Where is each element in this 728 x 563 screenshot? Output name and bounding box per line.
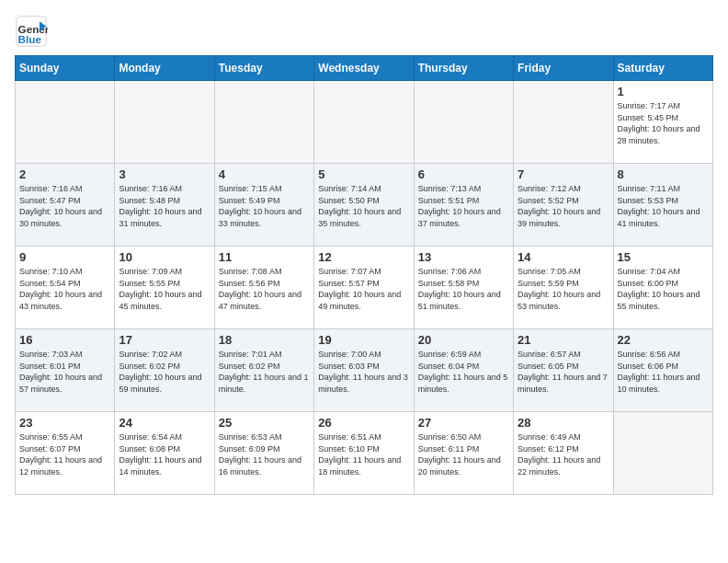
weekday-header-wednesday: Wednesday [314,56,414,81]
day-number: 14 [518,250,609,264]
day-info: Sunrise: 7:06 AM Sunset: 5:58 PM Dayligh… [418,266,509,312]
calendar-day-cell: 9Sunrise: 7:10 AM Sunset: 5:54 PM Daylig… [16,247,115,329]
calendar-day-cell [214,81,313,164]
day-number: 5 [318,167,409,181]
day-info: Sunrise: 6:57 AM Sunset: 6:05 PM Dayligh… [518,349,609,395]
calendar-day-cell: 28Sunrise: 6:49 AM Sunset: 6:12 PM Dayli… [514,412,613,495]
day-info: Sunrise: 7:14 AM Sunset: 5:50 PM Dayligh… [318,183,409,229]
logo-icon: General Blue [15,15,48,48]
calendar-day-cell: 27Sunrise: 6:50 AM Sunset: 6:11 PM Dayli… [414,412,513,495]
calendar-week-row: 2Sunrise: 7:16 AM Sunset: 5:47 PM Daylig… [16,164,713,247]
day-info: Sunrise: 6:55 AM Sunset: 6:07 PM Dayligh… [19,431,110,477]
calendar-day-cell: 4Sunrise: 7:15 AM Sunset: 5:49 PM Daylig… [214,164,313,247]
day-number: 15 [618,250,709,264]
calendar-day-cell: 1Sunrise: 7:17 AM Sunset: 5:45 PM Daylig… [613,81,712,164]
day-number: 23 [19,416,110,430]
day-info: Sunrise: 6:50 AM Sunset: 6:11 PM Dayligh… [418,431,509,477]
day-number: 25 [219,416,310,430]
calendar-day-cell: 14Sunrise: 7:05 AM Sunset: 5:59 PM Dayli… [514,247,613,329]
calendar-day-cell: 7Sunrise: 7:12 AM Sunset: 5:52 PM Daylig… [514,164,613,247]
calendar-day-cell: 2Sunrise: 7:16 AM Sunset: 5:47 PM Daylig… [16,164,115,247]
calendar-day-cell: 15Sunrise: 7:04 AM Sunset: 6:00 PM Dayli… [613,247,712,329]
day-info: Sunrise: 7:12 AM Sunset: 5:52 PM Dayligh… [518,183,609,229]
calendar-day-cell: 25Sunrise: 6:53 AM Sunset: 6:09 PM Dayli… [214,412,313,495]
weekday-header-row: SundayMondayTuesdayWednesdayThursdayFrid… [16,56,713,81]
day-info: Sunrise: 7:05 AM Sunset: 5:59 PM Dayligh… [518,266,609,312]
day-number: 22 [618,333,709,347]
calendar-day-cell [16,81,115,164]
day-number: 13 [418,250,509,264]
day-info: Sunrise: 6:56 AM Sunset: 6:06 PM Dayligh… [618,349,709,395]
day-number: 19 [318,333,409,347]
day-number: 16 [19,333,110,347]
calendar-day-cell [314,81,414,164]
calendar-day-cell: 23Sunrise: 6:55 AM Sunset: 6:07 PM Dayli… [16,412,115,495]
day-info: Sunrise: 6:53 AM Sunset: 6:09 PM Dayligh… [219,431,310,477]
calendar-week-row: 9Sunrise: 7:10 AM Sunset: 5:54 PM Daylig… [16,247,713,329]
calendar-table: SundayMondayTuesdayWednesdayThursdayFrid… [15,55,713,495]
day-info: Sunrise: 7:03 AM Sunset: 6:01 PM Dayligh… [19,349,110,395]
day-number: 6 [418,167,509,181]
calendar-day-cell: 24Sunrise: 6:54 AM Sunset: 6:08 PM Dayli… [115,412,214,495]
day-number: 12 [318,250,409,264]
day-number: 11 [219,250,310,264]
weekday-header-thursday: Thursday [414,56,513,81]
day-number: 26 [318,416,409,430]
day-number: 8 [618,167,709,181]
day-number: 7 [518,167,609,181]
weekday-header-sunday: Sunday [16,56,115,81]
calendar-day-cell: 26Sunrise: 6:51 AM Sunset: 6:10 PM Dayli… [314,412,414,495]
day-info: Sunrise: 7:17 AM Sunset: 5:45 PM Dayligh… [618,100,709,146]
page-header: General Blue [15,15,713,48]
day-info: Sunrise: 7:09 AM Sunset: 5:55 PM Dayligh… [119,266,210,312]
day-number: 18 [219,333,310,347]
weekday-header-friday: Friday [514,56,613,81]
calendar-day-cell: 18Sunrise: 7:01 AM Sunset: 6:02 PM Dayli… [214,329,313,412]
day-number: 21 [518,333,609,347]
day-info: Sunrise: 7:13 AM Sunset: 5:51 PM Dayligh… [418,183,509,229]
day-number: 28 [518,416,609,430]
calendar-week-row: 16Sunrise: 7:03 AM Sunset: 6:01 PM Dayli… [16,329,713,412]
calendar-day-cell: 13Sunrise: 7:06 AM Sunset: 5:58 PM Dayli… [414,247,513,329]
weekday-header-tuesday: Tuesday [214,56,313,81]
calendar-day-cell: 11Sunrise: 7:08 AM Sunset: 5:56 PM Dayli… [214,247,313,329]
day-number: 1 [618,85,709,98]
day-info: Sunrise: 7:10 AM Sunset: 5:54 PM Dayligh… [19,266,110,312]
calendar-day-cell: 22Sunrise: 6:56 AM Sunset: 6:06 PM Dayli… [613,329,712,412]
day-info: Sunrise: 7:08 AM Sunset: 5:56 PM Dayligh… [219,266,310,312]
calendar-day-cell: 19Sunrise: 7:00 AM Sunset: 6:03 PM Dayli… [314,329,414,412]
calendar-day-cell [414,81,513,164]
day-info: Sunrise: 7:16 AM Sunset: 5:48 PM Dayligh… [119,183,210,229]
day-info: Sunrise: 7:04 AM Sunset: 6:00 PM Dayligh… [618,266,709,312]
weekday-header-monday: Monday [115,56,214,81]
day-number: 3 [119,167,210,181]
day-info: Sunrise: 7:07 AM Sunset: 5:57 PM Dayligh… [318,266,409,312]
day-number: 10 [119,250,210,264]
day-number: 2 [19,167,110,181]
calendar-day-cell: 5Sunrise: 7:14 AM Sunset: 5:50 PM Daylig… [314,164,414,247]
day-number: 17 [119,333,210,347]
day-info: Sunrise: 7:16 AM Sunset: 5:47 PM Dayligh… [19,183,110,229]
calendar-day-cell: 6Sunrise: 7:13 AM Sunset: 5:51 PM Daylig… [414,164,513,247]
calendar-day-cell: 16Sunrise: 7:03 AM Sunset: 6:01 PM Dayli… [16,329,115,412]
calendar-day-cell: 21Sunrise: 6:57 AM Sunset: 6:05 PM Dayli… [514,329,613,412]
day-info: Sunrise: 7:01 AM Sunset: 6:02 PM Dayligh… [219,349,310,395]
calendar-day-cell: 17Sunrise: 7:02 AM Sunset: 6:02 PM Dayli… [115,329,214,412]
day-number: 24 [119,416,210,430]
calendar-day-cell [115,81,214,164]
day-info: Sunrise: 6:54 AM Sunset: 6:08 PM Dayligh… [119,431,210,477]
calendar-day-cell [613,412,712,495]
calendar-day-cell: 12Sunrise: 7:07 AM Sunset: 5:57 PM Dayli… [314,247,414,329]
day-number: 9 [19,250,110,264]
day-info: Sunrise: 6:51 AM Sunset: 6:10 PM Dayligh… [318,431,409,477]
day-number: 27 [418,416,509,430]
logo: General Blue [15,15,50,48]
calendar-day-cell: 8Sunrise: 7:11 AM Sunset: 5:53 PM Daylig… [613,164,712,247]
svg-text:Blue: Blue [18,33,42,45]
calendar-day-cell [514,81,613,164]
calendar-day-cell: 20Sunrise: 6:59 AM Sunset: 6:04 PM Dayli… [414,329,513,412]
day-info: Sunrise: 7:00 AM Sunset: 6:03 PM Dayligh… [318,349,409,395]
calendar-day-cell: 10Sunrise: 7:09 AM Sunset: 5:55 PM Dayli… [115,247,214,329]
day-info: Sunrise: 7:02 AM Sunset: 6:02 PM Dayligh… [119,349,210,395]
day-info: Sunrise: 7:15 AM Sunset: 5:49 PM Dayligh… [219,183,310,229]
